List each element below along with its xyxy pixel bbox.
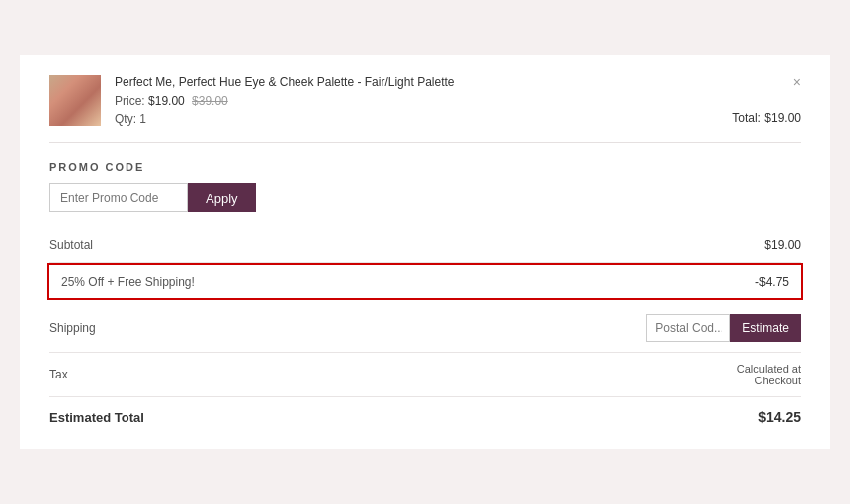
price-label: Price: [115, 94, 145, 108]
product-name: Perfect Me, Perfect Hue Eye & Cheek Pale… [115, 75, 801, 89]
tax-value: Calculated atCheckout [737, 363, 801, 386]
estimate-button[interactable]: Estimate [730, 314, 801, 342]
postal-code-input[interactable] [646, 314, 730, 342]
qty-value: 1 [139, 112, 146, 126]
shipping-label: Shipping [49, 321, 96, 335]
product-row: Perfect Me, Perfect Hue Eye & Cheek Pale… [49, 75, 801, 143]
subtotal-value: $19.00 [764, 238, 801, 252]
product-image [49, 75, 101, 126]
product-price-original: $39.00 [192, 94, 228, 108]
product-price-current: $19.00 [148, 94, 185, 108]
promo-section: PROMO CODE Apply [49, 161, 801, 212]
estimated-total-row: Estimated Total $14.25 [49, 397, 801, 429]
product-total: Total: $19.00 [732, 111, 801, 125]
total-label: Total: [732, 111, 761, 125]
product-qty: Qty: 1 [115, 112, 801, 126]
tax-label: Tax [49, 368, 68, 381]
product-price-row: Price: $19.00 $39.00 [115, 94, 801, 108]
discount-label: 25% Off + Free Shipping! [61, 275, 195, 289]
discount-value: -$4.75 [755, 275, 789, 289]
subtotal-row: Subtotal $19.00 [49, 228, 801, 263]
promo-code-input[interactable] [49, 183, 188, 212]
remove-product-button[interactable]: × [793, 75, 801, 89]
promo-input-row: Apply [49, 183, 801, 212]
shipping-row: Shipping Estimate [49, 304, 801, 353]
total-value: $19.00 [764, 111, 801, 125]
cart-summary-panel: Perfect Me, Perfect Hue Eye & Cheek Pale… [20, 55, 830, 449]
shipping-input-group: Estimate [646, 314, 801, 342]
qty-label: Qty: [115, 112, 136, 126]
product-details: Perfect Me, Perfect Hue Eye & Cheek Pale… [115, 75, 801, 126]
tax-row: Tax Calculated atCheckout [49, 353, 801, 397]
estimated-total-label: Estimated Total [49, 410, 144, 425]
promo-apply-button[interactable]: Apply [188, 183, 256, 212]
discount-row: 25% Off + Free Shipping! -$4.75 [47, 263, 803, 300]
subtotal-label: Subtotal [49, 238, 93, 252]
promo-label: PROMO CODE [49, 161, 801, 173]
estimated-total-value: $14.25 [758, 409, 801, 425]
